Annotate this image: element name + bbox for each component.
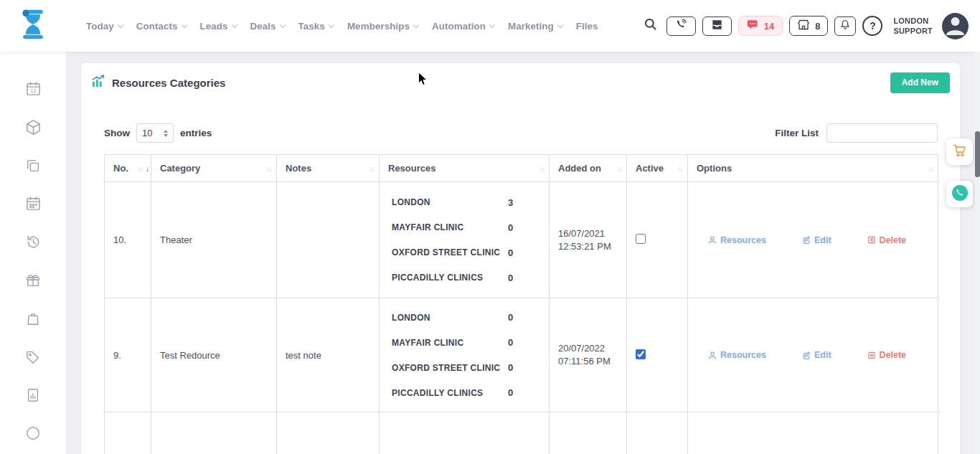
resource-line: MAYFAIR CLINIC0: [380, 330, 549, 355]
filter-input[interactable]: [826, 123, 938, 143]
delete-link[interactable]: Delete: [867, 235, 907, 245]
sidebar-item-reports[interactable]: [0, 377, 66, 415]
sidebar-item-history[interactable]: [0, 224, 66, 263]
sort-icon: ↑↓: [267, 164, 272, 172]
cell-category: Theater: [151, 182, 277, 298]
cell-no: 9.: [105, 298, 151, 412]
cell-notes: test note: [277, 298, 380, 412]
added-date: 20/07/2022: [558, 342, 626, 355]
sort-icon: ↑↓: [617, 164, 622, 172]
phone-call-button[interactable]: [666, 16, 696, 36]
nav-label: Tasks: [298, 21, 325, 32]
page-title: Resources Categories: [112, 77, 225, 89]
nav-item-contacts[interactable]: Contacts: [136, 21, 187, 32]
show-label: Show: [104, 128, 130, 138]
sidebar-item-gifts[interactable]: [0, 263, 66, 301]
booking-calendar-icon: [25, 195, 42, 214]
cart-icon: [952, 143, 967, 161]
chevron-down-icon: [557, 22, 562, 27]
avatar[interactable]: [942, 13, 969, 39]
gift-icon: [25, 273, 41, 291]
filter-group: Filter List: [775, 123, 938, 143]
cell-notes: [277, 182, 380, 298]
info-icon: [25, 425, 41, 444]
search-icon: [644, 17, 658, 34]
notifications-button[interactable]: [834, 16, 856, 36]
storefront-icon: [797, 19, 810, 33]
nav-item-memberships[interactable]: Memberships: [347, 21, 418, 32]
phone-circle-icon: [951, 184, 969, 204]
bell-icon: [839, 19, 851, 34]
nav-item-marketing[interactable]: Marketing: [508, 21, 562, 32]
resources-link[interactable]: Resources: [708, 350, 766, 360]
added-time: 12:53:21 PM: [558, 240, 626, 253]
column-header-options[interactable]: Options↑↓: [688, 155, 938, 182]
sort-icon: ↑↓: [369, 164, 374, 172]
nav-item-files[interactable]: Files: [576, 21, 598, 32]
chat-notifications-badge[interactable]: 14: [738, 16, 783, 36]
hourglass-logo-icon: [17, 8, 49, 44]
page-scrollbar: [975, 52, 980, 454]
main-nav-menu: Today Contacts Leads Deals Tasks Members…: [86, 21, 598, 32]
cell-category: [151, 412, 277, 454]
sidebar-item-tags[interactable]: [0, 339, 66, 377]
app-logo[interactable]: [0, 8, 66, 44]
chevron-down-icon: [279, 22, 285, 27]
column-header-category[interactable]: Category↑↓: [151, 155, 277, 182]
nav-item-leads[interactable]: Leads: [200, 21, 237, 32]
column-header-active[interactable]: Active↑↓: [627, 155, 688, 182]
delete-link[interactable]: Delete: [867, 350, 907, 360]
page-size-select[interactable]: 10: [136, 123, 174, 143]
user-name-line1: LONDON: [893, 16, 933, 26]
edit-link[interactable]: Edit: [802, 350, 831, 360]
active-checkbox[interactable]: [636, 234, 646, 244]
table-row: 9. Test Redource test note LONDON0 MAYFA…: [105, 298, 938, 412]
nav-item-deals[interactable]: Deals: [250, 21, 285, 32]
resources-categories-card: Resources Categories Add New Show 10 ent…: [81, 63, 960, 454]
nav-item-automation[interactable]: Automation: [432, 21, 494, 32]
resources-link[interactable]: Resources: [708, 235, 766, 245]
nav-label: Leads: [200, 21, 228, 32]
nav-label: Contacts: [136, 21, 178, 32]
shopping-bag-icon: [25, 311, 41, 329]
sidebar-item-shop[interactable]: [0, 301, 66, 339]
cell-added-on: 16/07/2021 12:53:21 PM: [550, 182, 627, 298]
cell-resources: LONDON3 MAYFAIR CLINIC: [380, 412, 550, 454]
table-header-row: No.↑↓↓ Category↑↓ Notes↑↓ Resources↑↓ Ad…: [105, 155, 938, 182]
active-checkbox[interactable]: [636, 349, 646, 359]
inbox-button[interactable]: [702, 16, 732, 36]
column-header-resources[interactable]: Resources↑↓: [380, 155, 550, 182]
nav-item-tasks[interactable]: Tasks: [298, 21, 334, 32]
cell-no: [105, 412, 151, 454]
calendar-icon: 12: [25, 80, 42, 100]
help-button[interactable]: ?: [862, 16, 882, 36]
nav-label: Deals: [250, 21, 276, 32]
sidebar-item-bookings[interactable]: [0, 186, 66, 224]
chevron-down-icon: [329, 22, 334, 27]
column-header-no[interactable]: No.↑↓↓: [105, 155, 151, 182]
cell-notes: [277, 412, 380, 454]
added-date: 16/07/2021: [558, 227, 626, 240]
nav-item-today[interactable]: Today: [86, 21, 123, 32]
column-header-notes[interactable]: Notes↑↓: [277, 155, 380, 182]
scrollbar-thumb[interactable]: [975, 131, 980, 177]
floating-phone-button[interactable]: [946, 181, 973, 207]
store-notifications-badge[interactable]: 8: [789, 16, 828, 36]
sidebar-item-packages[interactable]: [0, 109, 66, 147]
added-time: 07:11:56 PM: [558, 355, 626, 368]
chevron-down-icon: [489, 22, 495, 27]
sidebar-item-calendar[interactable]: 12: [0, 71, 66, 109]
top-navbar: Today Contacts Leads Deals Tasks Members…: [0, 0, 980, 52]
sidebar-item-info[interactable]: [0, 416, 66, 454]
add-new-button[interactable]: Add New: [890, 72, 950, 93]
chevron-down-icon: [118, 22, 123, 27]
nav-label: Memberships: [347, 21, 410, 32]
floating-cart-button[interactable]: [946, 138, 973, 165]
chevron-down-icon: [231, 22, 237, 27]
search-button[interactable]: [641, 16, 660, 35]
edit-link[interactable]: Edit: [802, 235, 831, 245]
chevron-down-icon: [181, 22, 187, 27]
cell-active: [627, 412, 688, 454]
sidebar-item-duplicates[interactable]: [0, 148, 66, 186]
column-header-added-on[interactable]: Added on↑↓: [550, 155, 627, 182]
